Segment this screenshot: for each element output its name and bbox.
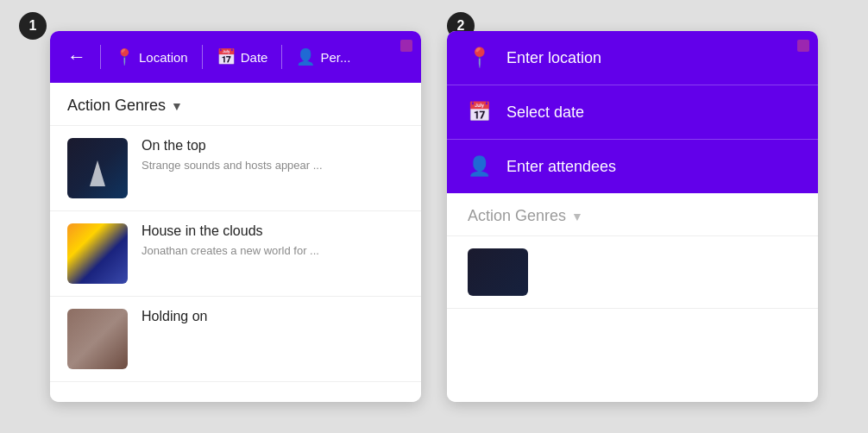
header-divider-1 bbox=[100, 45, 101, 69]
badge-1: 1 bbox=[19, 12, 47, 40]
location-icon-2: 📍 bbox=[468, 47, 491, 69]
item-title-1: On the top bbox=[142, 138, 323, 154]
person-tab[interactable]: 👤 Per... bbox=[296, 47, 350, 66]
date-tab[interactable]: 📅 Date bbox=[217, 47, 268, 66]
back-button[interactable]: ← bbox=[67, 46, 86, 68]
list-item[interactable]: On the top Strange sounds and hosts appe… bbox=[50, 126, 421, 211]
item-subtitle-2: Jonathan creates a new world for ... bbox=[142, 244, 319, 257]
list-item[interactable]: House in the clouds Jonathan creates a n… bbox=[50, 211, 421, 297]
list-item[interactable]: Holding on bbox=[50, 297, 421, 382]
thumbnail-house-clouds bbox=[67, 223, 128, 284]
card1-header: ← 📍 Location 📅 Date 👤 Per... bbox=[50, 31, 421, 83]
select-date-row[interactable]: 📅 Select date bbox=[447, 85, 818, 140]
person-label: Per... bbox=[320, 50, 350, 65]
thumbnail-holding bbox=[67, 309, 128, 369]
genres-header-2[interactable]: Action Genres ▼ bbox=[447, 193, 818, 236]
thumbnail-partial bbox=[468, 248, 528, 296]
header-divider-3 bbox=[281, 45, 282, 69]
list-text-2: House in the clouds Jonathan creates a n… bbox=[142, 223, 319, 257]
item-subtitle-1: Strange sounds and hosts appear ... bbox=[142, 159, 323, 172]
location-tab[interactable]: 📍 Location bbox=[115, 47, 188, 66]
date-icon: 📅 bbox=[217, 47, 236, 66]
card2-list-partial[interactable] bbox=[447, 236, 818, 309]
list-text-1: On the top Strange sounds and hosts appe… bbox=[142, 138, 323, 172]
date-label: Date bbox=[241, 50, 268, 65]
purple-dot-2 bbox=[797, 40, 809, 52]
genres-label: Action Genres bbox=[67, 97, 166, 115]
attendees-icon: 👤 bbox=[468, 155, 491, 178]
card-2: 📍 Enter location 📅 Select date 👤 Enter a… bbox=[447, 31, 818, 402]
list-text-3: Holding on bbox=[142, 309, 208, 329]
date-icon-2: 📅 bbox=[468, 101, 491, 123]
person-icon: 👤 bbox=[296, 47, 315, 66]
card-1: ← 📍 Location 📅 Date 👤 Per... Action Genr… bbox=[50, 31, 421, 402]
genres-header[interactable]: Action Genres ▼ bbox=[50, 83, 421, 126]
enter-location-row[interactable]: 📍 Enter location bbox=[447, 31, 818, 85]
enter-location-label: Enter location bbox=[506, 49, 601, 67]
location-label: Location bbox=[139, 50, 188, 65]
select-date-label: Select date bbox=[506, 104, 584, 122]
genres-dropdown-icon-2: ▼ bbox=[571, 210, 583, 223]
location-icon: 📍 bbox=[115, 47, 134, 66]
header-divider-2 bbox=[202, 45, 203, 69]
card1-body: Action Genres ▼ On the top Strange sound… bbox=[50, 83, 421, 402]
item-title-3: Holding on bbox=[142, 309, 208, 324]
card2-body: Action Genres ▼ bbox=[447, 193, 818, 402]
genres-dropdown-icon: ▼ bbox=[171, 99, 183, 113]
enter-attendees-label: Enter attendees bbox=[506, 158, 616, 176]
card2-header: 📍 Enter location 📅 Select date 👤 Enter a… bbox=[447, 31, 818, 193]
thumbnail-on-the-top bbox=[67, 138, 128, 198]
purple-dot-1 bbox=[400, 40, 412, 52]
item-title-2: House in the clouds bbox=[142, 223, 319, 239]
enter-attendees-row[interactable]: 👤 Enter attendees bbox=[447, 140, 818, 193]
genres-label-2: Action Genres bbox=[468, 207, 566, 225]
